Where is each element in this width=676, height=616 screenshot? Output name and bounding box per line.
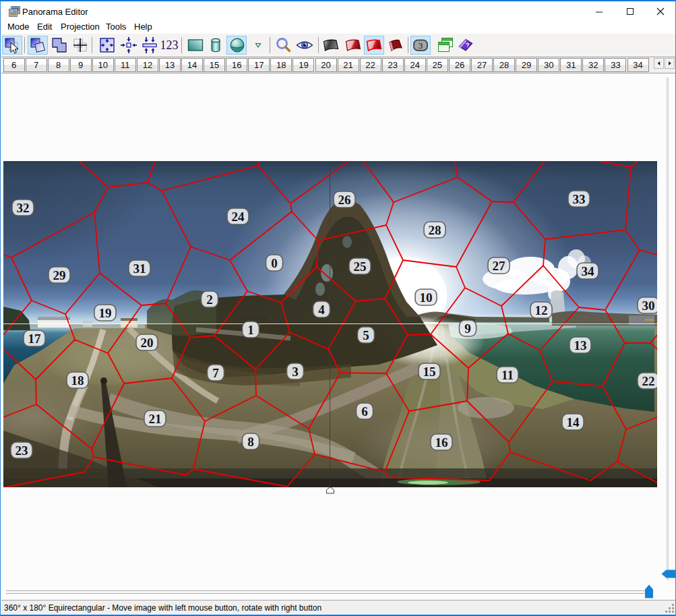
svg-text:34: 34 bbox=[582, 264, 595, 278]
svg-text:9: 9 bbox=[464, 321, 471, 336]
svg-text:4: 4 bbox=[318, 303, 325, 317]
svg-text:30: 30 bbox=[642, 299, 655, 313]
svg-text:7: 7 bbox=[212, 366, 219, 380]
svg-text:29: 29 bbox=[53, 268, 66, 282]
svg-text:13: 13 bbox=[574, 338, 587, 352]
svg-text:31: 31 bbox=[133, 261, 146, 276]
svg-text:8: 8 bbox=[247, 435, 254, 449]
svg-text:5: 5 bbox=[363, 328, 369, 342]
svg-text:19: 19 bbox=[99, 306, 112, 320]
svg-text:1: 1 bbox=[247, 323, 254, 337]
svg-text:24: 24 bbox=[232, 210, 245, 224]
svg-text:28: 28 bbox=[429, 223, 441, 237]
svg-text:123: 123 bbox=[160, 38, 178, 52]
svg-text:23: 23 bbox=[16, 443, 28, 458]
svg-text:11: 11 bbox=[501, 368, 514, 382]
svg-text:17: 17 bbox=[28, 332, 42, 346]
svg-text:0: 0 bbox=[271, 256, 278, 270]
svg-text:14: 14 bbox=[567, 415, 580, 429]
svg-text:6: 6 bbox=[361, 404, 368, 419]
svg-text:15: 15 bbox=[423, 365, 436, 379]
svg-text:21: 21 bbox=[149, 412, 162, 426]
svg-text:3: 3 bbox=[292, 365, 299, 379]
svg-text:12: 12 bbox=[535, 303, 548, 317]
svg-text:33: 33 bbox=[573, 192, 586, 206]
svg-text:27: 27 bbox=[493, 259, 506, 273]
svg-text:20: 20 bbox=[141, 336, 154, 350]
svg-text:10: 10 bbox=[420, 290, 433, 305]
svg-text:3: 3 bbox=[419, 40, 423, 51]
svg-text:18: 18 bbox=[71, 373, 84, 388]
svg-text:25: 25 bbox=[354, 259, 367, 274]
svg-text:32: 32 bbox=[17, 201, 30, 215]
svg-text:16: 16 bbox=[435, 435, 448, 450]
svg-text:2: 2 bbox=[206, 292, 213, 307]
svg-text:26: 26 bbox=[338, 193, 351, 207]
svg-text:22: 22 bbox=[642, 374, 655, 388]
